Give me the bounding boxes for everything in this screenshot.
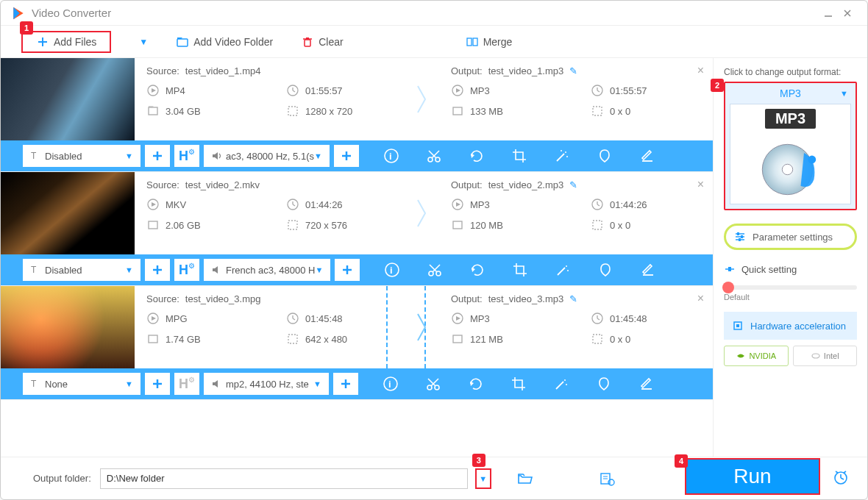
add-subtitle-button[interactable]	[145, 259, 170, 281]
task-list-button[interactable]	[596, 468, 618, 490]
output-resolution: 0 x 0	[610, 106, 630, 117]
row-actionbar: TDisabled▼ H⚙ French ac3, 48000 H▼ i	[1, 254, 713, 285]
effects-tool[interactable]	[551, 374, 572, 394]
cut-tool[interactable]	[423, 374, 444, 394]
add-folder-button[interactable]: Add Video Folder	[176, 35, 273, 49]
remove-row-button[interactable]: ×	[697, 64, 704, 77]
rename-icon[interactable]: ✎	[569, 179, 577, 190]
slider-thumb[interactable]	[722, 282, 734, 293]
parameter-settings-button[interactable]: Parameter settings	[724, 224, 857, 250]
add-subtitle-button[interactable]	[145, 145, 170, 167]
watermark-tool[interactable]	[595, 260, 616, 280]
add-subtitle-button[interactable]	[145, 373, 170, 395]
add-audio-button[interactable]	[333, 373, 358, 395]
subtitle-dropdown[interactable]: TDisabled▼	[23, 259, 140, 281]
intel-button[interactable]: Intel	[793, 346, 858, 366]
video-thumbnail[interactable]	[1, 58, 135, 140]
audio-dropdown[interactable]: ac3, 48000 Hz, 5.1(s▼	[204, 145, 330, 167]
svg-rect-16	[149, 107, 157, 115]
merge-button[interactable]: Merge	[466, 35, 513, 49]
output-size: 121 MB	[470, 334, 503, 345]
edit-tool[interactable]	[638, 260, 658, 280]
output-folder-dropdown[interactable]: ▼	[475, 468, 491, 489]
size-icon	[146, 218, 160, 232]
subtitle-dropdown[interactable]: TDisabled▼	[23, 145, 140, 167]
remove-row-button[interactable]: ×	[697, 292, 704, 305]
info-tool[interactable]: i	[380, 374, 401, 394]
source-prefix: Source:	[146, 293, 179, 304]
chevron-down-icon: ▼	[840, 89, 848, 98]
svg-rect-24	[593, 107, 602, 115]
rename-icon[interactable]: ✎	[569, 65, 577, 76]
watermark-tool[interactable]	[594, 374, 614, 394]
size-icon	[146, 332, 160, 346]
svg-rect-84	[453, 335, 462, 343]
subtitle-dropdown[interactable]: TNone▼	[23, 373, 140, 395]
output-prefix: Output:	[451, 65, 483, 76]
rotate-tool[interactable]	[466, 374, 486, 394]
rotate-tool[interactable]	[466, 146, 487, 166]
svg-marker-12	[152, 88, 156, 93]
subtitle-value: Disabled	[45, 265, 82, 276]
remove-row-button[interactable]: ×	[697, 178, 704, 191]
audio-value: French ac3, 48000 H	[226, 265, 315, 276]
output-filename: test_video_2.mp3	[488, 179, 564, 190]
source-panel: Source: test_video_2.mkv MKV 01:44:26 2.…	[135, 172, 408, 254]
add-files-dropdown-icon[interactable]: ▼	[139, 37, 148, 47]
svg-rect-23	[453, 107, 462, 115]
format-icon	[146, 84, 160, 97]
rotate-tool[interactable]	[467, 260, 488, 280]
crop-tool[interactable]	[510, 260, 530, 280]
add-files-button[interactable]: Add Files	[21, 31, 111, 53]
svg-line-123	[836, 471, 838, 473]
subtitle-settings-button[interactable]: H⚙	[174, 145, 199, 167]
svg-point-99	[564, 379, 566, 381]
output-filename: test_video_1.mp3	[488, 65, 564, 76]
subtitle-settings-button[interactable]: H⚙	[174, 373, 199, 395]
output-format-button[interactable]: MP3▼ MP3	[724, 82, 857, 210]
edit-tool[interactable]	[637, 146, 658, 166]
clock-icon	[286, 312, 299, 325]
size-icon	[146, 104, 160, 118]
svg-line-98	[556, 382, 563, 389]
clear-button[interactable]: Clear	[301, 35, 343, 49]
run-button[interactable]: Run	[685, 458, 820, 495]
output-folder-input[interactable]: D:\New folder	[100, 468, 468, 489]
add-audio-button[interactable]	[334, 145, 359, 167]
size-icon	[451, 332, 464, 346]
hardware-acceleration-button[interactable]: Hardware acceleration	[724, 312, 857, 340]
nvidia-button[interactable]: NVIDIA	[724, 346, 789, 366]
quick-setting-button[interactable]: Quick setting	[724, 263, 857, 275]
disc-icon	[758, 133, 824, 199]
audio-value: ac3, 48000 Hz, 5.1(s	[226, 151, 314, 162]
crop-tool[interactable]	[509, 146, 530, 166]
info-tool[interactable]: i	[382, 260, 402, 280]
output-format-name: MP3	[780, 88, 801, 99]
svg-point-119	[608, 479, 614, 485]
watermark-tool[interactable]	[594, 146, 615, 166]
effects-tool[interactable]	[552, 146, 572, 166]
effects-tool[interactable]	[552, 260, 573, 280]
audio-dropdown[interactable]: mp2, 44100 Hz, ste▼	[204, 373, 329, 395]
open-folder-button[interactable]	[513, 468, 536, 490]
svg-marker-50	[456, 202, 460, 207]
quality-slider[interactable]	[724, 285, 857, 290]
audio-dropdown[interactable]: French ac3, 48000 H▼	[204, 259, 330, 281]
cut-tool[interactable]	[424, 260, 445, 280]
scheduler-button[interactable]	[829, 465, 853, 489]
subtitle-settings-button[interactable]: H⚙	[174, 259, 199, 281]
rename-icon[interactable]: ✎	[569, 293, 577, 304]
edit-tool[interactable]	[636, 374, 657, 394]
minimize-button[interactable]	[819, 4, 838, 23]
cut-tool[interactable]	[424, 146, 444, 166]
add-audio-button[interactable]	[335, 259, 360, 281]
crop-tool[interactable]	[508, 374, 529, 394]
info-tool[interactable]: i	[381, 146, 402, 166]
audio-value: mp2, 44100 Hz, ste	[226, 379, 309, 390]
video-thumbnail[interactable]	[1, 286, 135, 368]
close-button[interactable]	[838, 4, 857, 23]
svg-text:i: i	[390, 265, 393, 276]
side-panel-title: Click to change output format:	[724, 67, 857, 77]
video-thumbnail[interactable]	[1, 172, 135, 254]
svg-text:T: T	[31, 265, 37, 275]
